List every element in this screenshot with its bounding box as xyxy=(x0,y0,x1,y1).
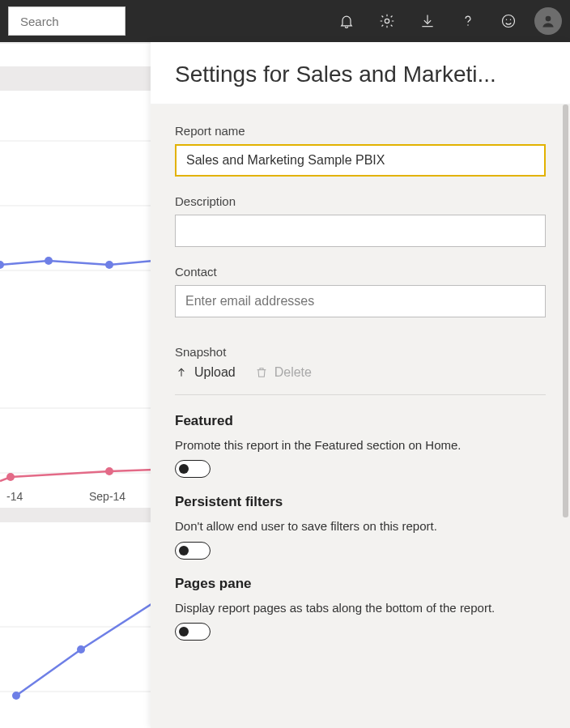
persistent-filters-desc: Don't allow end user to save filters on … xyxy=(175,518,546,534)
smiley-icon xyxy=(500,13,517,29)
description-input[interactable] xyxy=(175,215,546,247)
axis-tick: Sep-14 xyxy=(89,490,125,503)
persistent-filters-title: Persistent filters xyxy=(175,494,546,510)
download-button[interactable] xyxy=(410,0,445,42)
contact-input[interactable] xyxy=(175,285,546,317)
svg-point-5 xyxy=(506,19,508,21)
person-icon xyxy=(540,13,556,29)
svg-point-6 xyxy=(510,19,512,21)
delete-label: Delete xyxy=(274,365,312,380)
report-name-label: Report name xyxy=(175,124,546,138)
svg-point-4 xyxy=(503,15,515,28)
report-canvas-fragment: -14 Sep-14 xyxy=(0,42,154,728)
pages-pane-title: Pages pane xyxy=(175,576,546,592)
svg-point-2 xyxy=(385,19,389,23)
download-icon xyxy=(419,13,436,29)
persistent-filters-toggle[interactable] xyxy=(175,542,211,560)
bell-icon xyxy=(338,13,355,29)
upload-label: Upload xyxy=(194,365,236,380)
description-label: Description xyxy=(175,194,546,208)
feedback-button[interactable] xyxy=(491,0,526,42)
featured-toggle[interactable] xyxy=(175,460,211,478)
panel-title: Settings for Sales and Marketi... xyxy=(151,42,570,104)
pages-pane-toggle[interactable] xyxy=(175,623,211,641)
snapshot-label: Snapshot xyxy=(175,345,546,359)
settings-button[interactable] xyxy=(369,0,405,42)
upload-button[interactable]: Upload xyxy=(175,365,236,380)
contact-label: Contact xyxy=(175,265,546,279)
search-box[interactable] xyxy=(8,6,125,36)
notifications-button[interactable] xyxy=(329,0,364,42)
top-nav-bar xyxy=(0,0,570,42)
pages-pane-desc: Display report pages as tabs along the b… xyxy=(175,600,546,616)
search-input[interactable] xyxy=(20,15,174,28)
help-button[interactable] xyxy=(450,0,486,42)
upload-icon xyxy=(175,366,188,379)
featured-section-title: Featured xyxy=(175,413,546,429)
gear-icon xyxy=(379,13,395,29)
delete-button[interactable]: Delete xyxy=(255,365,312,380)
question-icon xyxy=(460,13,476,29)
featured-section-desc: Promote this report in the Featured sect… xyxy=(175,437,546,453)
svg-point-7 xyxy=(546,16,551,22)
account-button[interactable] xyxy=(534,7,562,35)
scrollbar-thumb[interactable] xyxy=(563,104,568,517)
settings-flyout: Settings for Sales and Marketi... Report… xyxy=(151,42,570,728)
trash-icon xyxy=(255,366,268,379)
svg-point-3 xyxy=(467,24,469,26)
report-name-input[interactable] xyxy=(175,144,546,177)
axis-tick: -14 xyxy=(6,490,23,503)
